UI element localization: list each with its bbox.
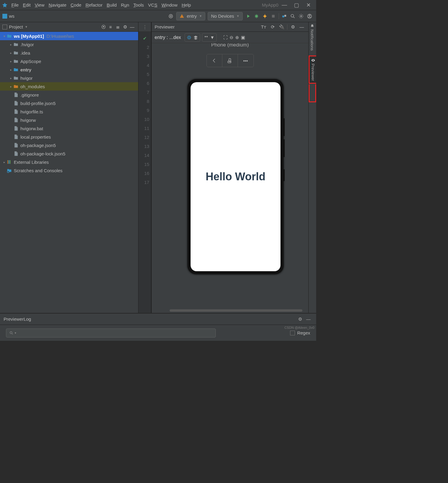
project-tree[interactable]: ▾ ws [MyApp01] D:\Huawei\ws ▸.hvigor▸.id… — [0, 32, 138, 313]
target-icon[interactable] — [167, 12, 175, 20]
line-number[interactable]: 7 — [138, 88, 151, 97]
regex-toggle[interactable]: Regex — [290, 330, 310, 335]
line-number[interactable]: 2 — [138, 43, 151, 52]
gear-icon[interactable]: ⚙ — [121, 24, 129, 30]
tree-file[interactable]: hvigorfile.ts — [0, 107, 138, 116]
window-minimize-button[interactable]: — — [278, 2, 290, 8]
chevron-down-icon[interactable]: ▾ — [2, 34, 7, 38]
previewer-log-title[interactable]: PreviewerLog — [4, 316, 31, 322]
line-number[interactable]: 10 — [138, 115, 151, 124]
window-close-button[interactable]: ✕ — [302, 2, 314, 8]
menu-vcs[interactable]: VCS — [148, 2, 157, 8]
menu-help[interactable]: Help — [182, 2, 191, 8]
previewer-body[interactable]: Phone (medium) ••• Hello World Inde — [152, 43, 308, 313]
tree-file[interactable]: oh-package.json5 — [0, 141, 138, 149]
menu-navigate[interactable]: Navigate — [49, 2, 66, 8]
back-icon[interactable] — [207, 54, 222, 67]
tree-external-libraries[interactable]: ▸ External Libraries — [0, 158, 138, 166]
zoom-out-icon[interactable]: ⊖ — [230, 35, 233, 40]
line-number[interactable]: 3 — [138, 52, 151, 61]
vcs-icon[interactable] — [280, 12, 289, 20]
menu-window[interactable]: Window — [162, 2, 177, 8]
chevron-right-icon[interactable]: ▸ — [8, 43, 13, 46]
hide-icon[interactable]: — — [304, 315, 313, 323]
chevron-right-icon[interactable]: ▸ — [8, 60, 13, 63]
refresh-icon[interactable]: ⟳ — [269, 24, 276, 30]
tree-folder[interactable]: ▸.idea — [0, 49, 138, 57]
plug-icon[interactable]: 🔌 — [278, 24, 285, 30]
hide-toolwindow-icon[interactable]: — — [129, 24, 136, 29]
menu-view[interactable]: View — [35, 2, 44, 8]
gear-icon[interactable]: ⚙ — [289, 24, 296, 30]
menu-code[interactable]: Code — [71, 2, 82, 8]
fit-screen-icon[interactable]: ▣ — [241, 35, 245, 40]
line-number[interactable]: 13 — [138, 142, 151, 151]
crop-icon[interactable]: ⛶ — [223, 35, 228, 40]
tree-folder[interactable]: ▸.hvigor — [0, 40, 138, 49]
collapse-all-icon[interactable]: ≣ — [114, 24, 121, 30]
expand-all-icon[interactable]: ≡ — [107, 24, 114, 29]
tree-scratches[interactable]: Scratches and Consoles — [0, 166, 138, 175]
project-title[interactable]: Project — [9, 24, 23, 29]
tree-file[interactable]: oh-package-lock.json5 — [0, 149, 138, 158]
line-number[interactable]: 11 — [138, 124, 151, 133]
chevron-down-icon[interactable]: ▼ — [25, 25, 28, 28]
line-number[interactable]: 4 — [138, 61, 151, 70]
stop-button[interactable] — [269, 12, 277, 20]
previewer-breadcrumb[interactable]: entry : ...dex — [155, 35, 181, 40]
tree-file[interactable]: hvigorw.bat — [0, 124, 138, 133]
breadcrumb[interactable]: ws — [9, 14, 14, 19]
line-number[interactable]: 17 — [138, 178, 151, 187]
menu-build[interactable]: Build — [107, 2, 117, 8]
chevron-right-icon[interactable]: ▸ — [8, 68, 13, 71]
line-number[interactable]: 6 — [138, 79, 151, 88]
menu-run[interactable]: Run — [121, 2, 129, 8]
search-icon[interactable] — [289, 12, 297, 20]
coverage-button[interactable] — [261, 12, 269, 20]
line-number[interactable]: 14 — [138, 151, 151, 160]
line-number[interactable]: 5 — [138, 70, 151, 79]
chevron-right-icon[interactable]: ▸ — [2, 160, 7, 164]
tree-file[interactable]: local.properties — [0, 133, 138, 141]
inspect-layers-chip[interactable] — [185, 33, 200, 42]
line-number[interactable]: 15 — [138, 160, 151, 169]
run-button[interactable] — [244, 12, 252, 20]
line-number[interactable]: 9 — [138, 106, 151, 115]
line-number[interactable]: 16 — [138, 169, 151, 178]
tree-folder[interactable]: ▸entry — [0, 65, 138, 74]
more-icon[interactable]: ••• — [238, 54, 254, 67]
select-opened-file-icon[interactable]: ⦿ — [100, 24, 107, 29]
tree-file[interactable]: build-profile.json5 — [0, 99, 138, 107]
chevron-right-icon[interactable]: ▸ — [8, 85, 13, 88]
menu-edit[interactable]: Edit — [23, 2, 31, 8]
zoom-in-icon[interactable]: ⊕ — [235, 35, 239, 40]
tree-folder[interactable]: ▸AppScope — [0, 57, 138, 65]
line-number[interactable]: 12 — [138, 133, 151, 142]
layout-mode-chip[interactable]: ▼ — [202, 33, 217, 42]
hide-icon[interactable]: — — [298, 24, 305, 29]
gear-icon[interactable]: ⚙ — [296, 315, 304, 323]
device-combo[interactable]: No Devices ▼ — [208, 12, 243, 20]
search-input[interactable]: ▾ — [6, 328, 216, 338]
notifications-tab[interactable]: Notifications — [309, 22, 316, 52]
menu-tools[interactable]: Tools — [133, 2, 144, 8]
tree-folder[interactable]: ▸oh_modules — [0, 82, 138, 91]
settings-gear-icon[interactable] — [297, 12, 305, 20]
chevron-right-icon[interactable]: ▸ — [8, 76, 13, 80]
tree-file[interactable]: hvigorw — [0, 116, 138, 124]
inspection-ok-icon[interactable]: ✔ — [138, 34, 151, 43]
tree-root[interactable]: ▾ ws [MyApp01] D:\Huawei\ws — [0, 32, 138, 40]
horizontal-scrollbar[interactable] — [170, 309, 302, 312]
rotate-device-icon[interactable] — [222, 54, 238, 67]
chevron-right-icon[interactable]: ▸ — [8, 51, 13, 55]
tree-folder[interactable]: ▸hvigor — [0, 74, 138, 82]
tree-file[interactable]: .gitignore — [0, 91, 138, 99]
debug-button[interactable] — [252, 12, 261, 20]
menu-refactor[interactable]: Refactor — [85, 2, 102, 8]
line-number[interactable]: 8 — [138, 97, 151, 106]
run-configuration-combo[interactable]: entry ▼ — [176, 12, 205, 20]
text-icon[interactable]: Tᴛ — [260, 24, 267, 30]
more-icon[interactable]: ⋮ — [141, 24, 148, 30]
menu-file[interactable]: File — [11, 2, 19, 8]
window-maximize-button[interactable]: ▢ — [290, 2, 302, 8]
